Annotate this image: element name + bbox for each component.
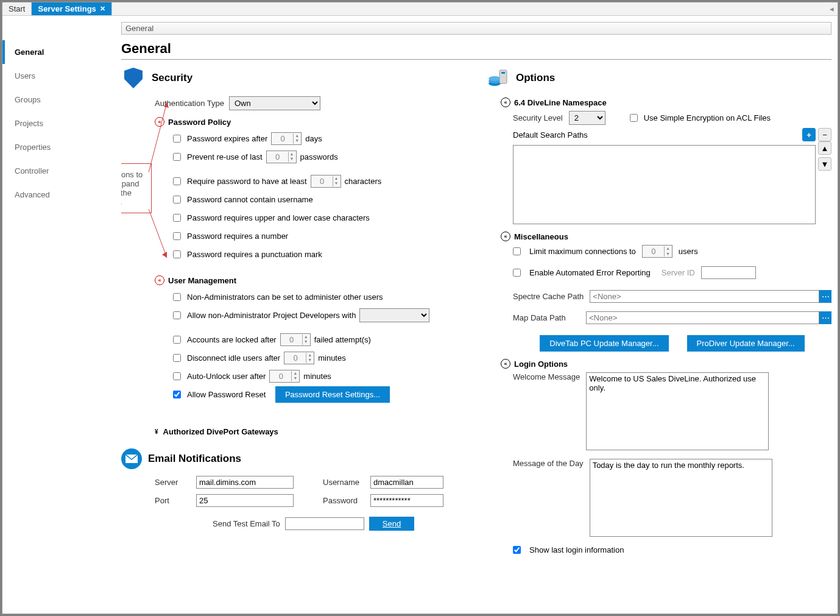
expires-days-input[interactable]: 0▲▼ xyxy=(271,132,302,145)
cache-input[interactable] xyxy=(590,290,819,303)
email-username-label: Username xyxy=(323,478,365,487)
sidebar-item-projects[interactable]: Projects xyxy=(2,112,121,135)
gateways-title: Authorized DivePort Gateways xyxy=(163,427,278,436)
cache-browse-button[interactable]: ⋯ xyxy=(819,290,831,303)
number-checkbox[interactable] xyxy=(173,232,181,240)
auth-type-select[interactable]: Own xyxy=(229,96,320,110)
autounlock-input[interactable]: 0▲▼ xyxy=(269,370,300,383)
limitconn-checkbox[interactable] xyxy=(513,247,521,255)
serverid-input[interactable] xyxy=(701,266,756,279)
lockafter-input[interactable]: 0▲▼ xyxy=(280,333,311,346)
movedown-button[interactable]: ▼ xyxy=(818,157,831,171)
send-button-label: Send xyxy=(383,519,401,528)
map-input[interactable] xyxy=(586,311,819,324)
breadcrumb: General xyxy=(121,22,831,35)
sidebar-item-controller[interactable]: Controller xyxy=(2,159,121,183)
allowdevs-checkbox[interactable] xyxy=(173,311,181,319)
email-port-input[interactable] xyxy=(196,494,294,507)
map-label: Map Data Path xyxy=(513,313,580,322)
nouser-checkbox[interactable] xyxy=(173,196,181,204)
reuse-label: Prevent re-use of last xyxy=(187,152,263,161)
errreport-checkbox[interactable] xyxy=(513,269,521,277)
chevron-up-icon[interactable]: « xyxy=(155,117,164,127)
attempts-label: failed attempt(s) xyxy=(314,335,371,344)
searchpaths-listbox[interactable] xyxy=(513,145,816,224)
email-title: Email Notifications xyxy=(148,453,241,465)
errreport-label: Enable Automated Error Reporting xyxy=(529,268,651,277)
tab-overflow-icon[interactable]: ◂ xyxy=(826,2,838,15)
tabbar: Start Server Settings ✕ ◂ xyxy=(2,2,838,16)
tab-start-label: Start xyxy=(9,4,25,13)
showlast-checkbox[interactable] xyxy=(513,546,521,554)
minlen-input[interactable]: 0▲▼ xyxy=(311,175,341,188)
disconnect-checkbox[interactable] xyxy=(173,354,181,362)
sendto-input[interactable] xyxy=(285,517,364,530)
users-label: users xyxy=(679,247,698,256)
password-reset-settings-button[interactable]: Password Reset Settings... xyxy=(275,386,390,403)
options-title: Options xyxy=(516,72,555,84)
moveup-button[interactable]: ▲ xyxy=(818,141,831,155)
chevron-up-icon[interactable]: « xyxy=(155,275,164,285)
sendto-label: Send Test Email To xyxy=(213,519,280,528)
close-icon[interactable]: ✕ xyxy=(100,5,105,13)
database-icon xyxy=(485,66,510,90)
simpleenc-checkbox[interactable] xyxy=(630,114,638,122)
motd-label: Message of the Day xyxy=(513,459,584,468)
tab-server-settings[interactable]: Server Settings ✕ xyxy=(32,2,111,15)
autounlock-label: Auto-Unlock user after xyxy=(187,372,266,381)
tab-start[interactable]: Start xyxy=(2,2,32,15)
characters-label: characters xyxy=(345,177,382,186)
minlen-checkbox[interactable] xyxy=(173,177,181,185)
reuse-checkbox[interactable] xyxy=(173,153,181,161)
expires-checkbox[interactable] xyxy=(173,135,181,143)
security-title: Security xyxy=(152,72,192,84)
limitconn-input[interactable]: 0▲▼ xyxy=(642,245,672,258)
seclevel-select[interactable]: 2 xyxy=(569,111,605,125)
sidebar-item-groups[interactable]: Groups xyxy=(2,88,121,112)
welcome-textarea[interactable]: Welcome to US Sales DiveLine. Authorized… xyxy=(586,372,769,450)
add-path-button[interactable]: + xyxy=(802,128,816,141)
window: Start Server Settings ✕ ◂ General Users … xyxy=(2,2,838,614)
chevron-up-icon[interactable]: « xyxy=(501,232,510,241)
nonadmin-checkbox[interactable] xyxy=(173,293,181,301)
svg-point-7 xyxy=(489,76,501,81)
disconnect-input[interactable]: 0▲▼ xyxy=(284,352,314,364)
sidebar-item-properties[interactable]: Properties xyxy=(2,135,121,159)
main: General General Click the chevrons to co… xyxy=(121,16,838,614)
days-label: days xyxy=(305,134,322,143)
svg-line-0 xyxy=(149,102,167,172)
sidebar-item-advanced[interactable]: Advanced xyxy=(2,183,121,207)
showlast-label: Show last login information xyxy=(529,545,624,554)
punct-checkbox[interactable] xyxy=(173,250,181,258)
nonadmin-label: Non-Administrators can be set to adminis… xyxy=(187,292,383,302)
minutes-label2: minutes xyxy=(303,372,331,381)
svg-marker-3 xyxy=(162,252,167,258)
prodiver-manager-button[interactable]: ProDiver Update Manager... xyxy=(687,335,805,352)
chevron-down-icon[interactable]: ¥ xyxy=(155,428,158,435)
svg-rect-9 xyxy=(501,72,505,74)
map-browse-button[interactable]: ⋯ xyxy=(819,311,831,324)
email-username-input[interactable] xyxy=(370,476,443,489)
upperlower-label: Password requires upper and lower case c… xyxy=(187,213,370,222)
sidebar-item-general[interactable]: General xyxy=(2,40,121,64)
motd-textarea[interactable]: Today is the day to run the monthly repo… xyxy=(590,459,772,537)
email-password-input[interactable] xyxy=(370,494,443,507)
lockafter-checkbox[interactable] xyxy=(173,336,181,344)
allowreset-label: Allow Password Reset xyxy=(187,390,266,399)
envelope-icon xyxy=(121,448,142,469)
allowdevs-select[interactable] xyxy=(359,308,429,322)
remove-path-button[interactable]: − xyxy=(818,128,831,141)
chevron-up-icon[interactable]: « xyxy=(501,359,510,369)
autounlock-checkbox[interactable] xyxy=(173,372,181,380)
page-title: General xyxy=(121,41,831,60)
reuse-count-input[interactable]: 0▲▼ xyxy=(266,150,297,163)
sidebar-item-users[interactable]: Users xyxy=(2,64,121,88)
email-server-input[interactable] xyxy=(196,476,294,489)
allowreset-checkbox[interactable] xyxy=(173,391,181,398)
send-button[interactable]: Send xyxy=(369,517,414,531)
namespace-title: 6.4 DiveLine Namespace xyxy=(514,98,607,107)
upperlower-checkbox[interactable] xyxy=(173,214,181,222)
divetab-manager-button[interactable]: DiveTab PC Update Manager... xyxy=(540,335,668,352)
chevron-up-icon[interactable]: « xyxy=(501,97,510,107)
searchpaths-label: Default Search Paths xyxy=(513,130,588,140)
